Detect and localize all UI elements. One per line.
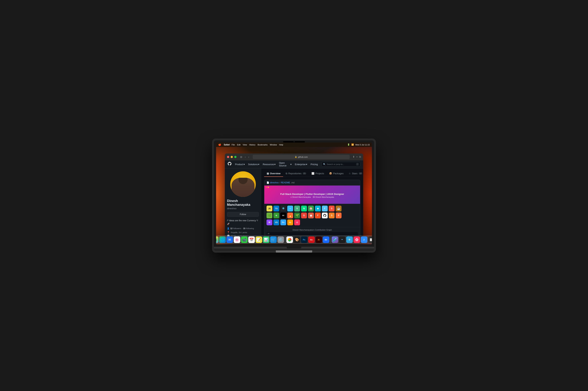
tech-row-3: M VS Ps Ai IJ (266, 219, 358, 225)
tech-js: JS (266, 206, 272, 211)
tech-spring: 🌿 (266, 212, 272, 218)
menu-view[interactable]: View (243, 144, 247, 146)
tab-packages[interactable]: 📦 Packages (327, 171, 346, 177)
readme-path-file[interactable]: README (281, 181, 290, 184)
tech-dart: ◆ (315, 206, 321, 211)
github-content: Dinesh Manchanayaka dineshxo Follow /* I… (225, 168, 363, 241)
apple-logo-icon[interactable]: 🍎 (218, 143, 221, 146)
tab-overview[interactable]: ▤ Overview (264, 171, 283, 177)
dock-telegram[interactable]: ✈ (346, 236, 353, 243)
tech-intellij: IJ (294, 219, 300, 225)
tech-react: ⚛ (280, 206, 286, 211)
dock-illustrator[interactable]: Ai (316, 236, 322, 243)
browser-titlebar: ⊞ ‹ › 🔒 github.com ⬆ + ⧉ (225, 154, 363, 160)
dock-appstore[interactable]: 🛒 (270, 236, 277, 243)
dock-safari[interactable]: 🌐 (219, 236, 226, 243)
dock-zoom[interactable]: Z (361, 236, 367, 243)
browser-actions: ⬆ + ⧉ (353, 155, 361, 158)
dock-calendar[interactable]: 📅 (248, 236, 255, 243)
dock-launchpad[interactable]: ⊞ (216, 236, 218, 243)
dock-photos[interactable]: 🌸 (234, 236, 240, 243)
profile-bio: /* Ideas are the new Currency */ 🚀 (227, 219, 259, 225)
menu-bar-items: File Edit View History Bookmarks Window … (232, 144, 283, 146)
readme-path-ext: .md (291, 181, 295, 184)
repo-icon: ⧉ (286, 172, 287, 175)
profile-username: dineshxo (227, 207, 259, 210)
tech-miro: M (266, 219, 272, 225)
new-tab-button[interactable]: + (356, 155, 358, 158)
followers-row: 👤 12 followers · 15 following (227, 227, 259, 230)
followers-count[interactable]: 12 (230, 227, 232, 229)
browser-controls: ⊞ ‹ › (239, 155, 250, 159)
laptop-notch (287, 247, 301, 249)
dock-mail[interactable]: ✉ (226, 236, 233, 243)
back-button[interactable]: ‹ (244, 155, 247, 159)
nav-product[interactable]: Product ▾ (234, 162, 246, 166)
github-search[interactable]: 🔍 Search or jump to... / (322, 162, 360, 167)
projects-icon: ⬜ (312, 172, 314, 175)
dock: 🔍 ⊞ 🌐 ✉ 🌸 📹 📅 📝 (216, 235, 372, 244)
menu-bar: 🍎 Safari File Edit View History Bookmark… (216, 143, 372, 147)
profile-sidebar: Dinesh Manchanayaka dineshxo Follow /* I… (225, 168, 261, 241)
overview-icon: ▤ (267, 172, 269, 175)
stars-count-badge: 12 (359, 173, 362, 175)
tab-overview-button[interactable]: ⧉ (359, 155, 361, 158)
dock-editor[interactable]: ✏ (339, 236, 345, 243)
app-name: Safari (224, 143, 230, 146)
readme-header: 📄 dineshxo / README .md (264, 180, 360, 186)
repo-count-badge: 21 (303, 173, 306, 175)
banner-window-dots (266, 187, 269, 188)
close-button[interactable] (227, 156, 229, 158)
tab-projects[interactable]: ⬜ Projects (309, 171, 327, 177)
menu-history[interactable]: History (249, 144, 256, 146)
dock-acrobat[interactable]: Ac (308, 236, 315, 243)
tech-vue: V (294, 206, 300, 211)
dock-photoshop-dock[interactable]: Ps (301, 236, 308, 243)
dock-chrome[interactable] (286, 236, 293, 243)
tech-mongodb: 🌱 (294, 212, 300, 218)
dock-notes[interactable]: 📝 (256, 236, 262, 243)
readme-path-user[interactable]: dineshxo (270, 181, 279, 184)
dock-facetime[interactable]: 📹 (241, 236, 248, 243)
sidebar-toggle-button[interactable]: ⊞ (239, 155, 243, 159)
dock-system-prefs[interactable]: ⚙️ (277, 236, 284, 243)
tech-ts: TS (273, 206, 279, 211)
address-bar[interactable]: 🔒 github.com (253, 155, 349, 159)
share-button[interactable]: ⬆ (353, 155, 355, 158)
menu-window[interactable]: Window (270, 144, 277, 146)
dock-numbers[interactable]: 📊 (263, 236, 269, 243)
tech-swift: S (329, 206, 335, 211)
menu-edit[interactable]: Edit (237, 144, 241, 146)
follow-button[interactable]: Follow (227, 212, 259, 217)
nav-solutions[interactable]: Solutions ▾ (247, 162, 261, 166)
laptop: 🍎 Safari File Edit View History Bookmark… (212, 139, 376, 253)
wifi-icon: 📶 (351, 143, 354, 146)
menu-help[interactable]: Help (279, 144, 283, 146)
tech-house: 🏠 (308, 206, 314, 211)
dock-unknown1[interactable]: 🧪 (332, 236, 338, 243)
dock-behance[interactable]: Bē (323, 236, 329, 243)
y-label-25: 25 (268, 233, 269, 235)
tech-nuxt: N (301, 206, 307, 211)
dock-figma[interactable]: 🎨 (294, 236, 300, 243)
maximize-button[interactable] (234, 156, 237, 158)
forward-button[interactable]: › (248, 155, 250, 159)
nav-resources[interactable]: Resources ▾ (261, 162, 277, 166)
tab-repositories[interactable]: ⧉ Repositories 21 (283, 171, 309, 177)
nav-pricing[interactable]: Pricing (309, 162, 319, 166)
nav-open-source[interactable]: Open Source ▾ (277, 161, 293, 168)
dock-pink-app[interactable]: 🌸 (354, 236, 360, 243)
menu-bookmarks[interactable]: Bookmarks (258, 144, 268, 146)
menu-file[interactable]: File (232, 144, 235, 146)
laptop-stand (276, 250, 312, 253)
url-text: github.com (298, 156, 308, 158)
nav-enterprise[interactable]: Enterprise ▾ (293, 162, 309, 166)
readme-path-sep: / (279, 181, 280, 184)
readme-card: 📄 dineshxo / README .md (264, 180, 360, 241)
dock-window-manager[interactable]: ⬜ (368, 236, 372, 243)
minimize-button[interactable] (231, 156, 233, 158)
tab-stars[interactable]: ☆ Stars 12 (346, 171, 363, 177)
location-item: 📍 Kegalle, Sri Lanka (227, 231, 259, 234)
laptop-bottom (214, 247, 374, 250)
following-count[interactable]: 15 (243, 227, 245, 229)
